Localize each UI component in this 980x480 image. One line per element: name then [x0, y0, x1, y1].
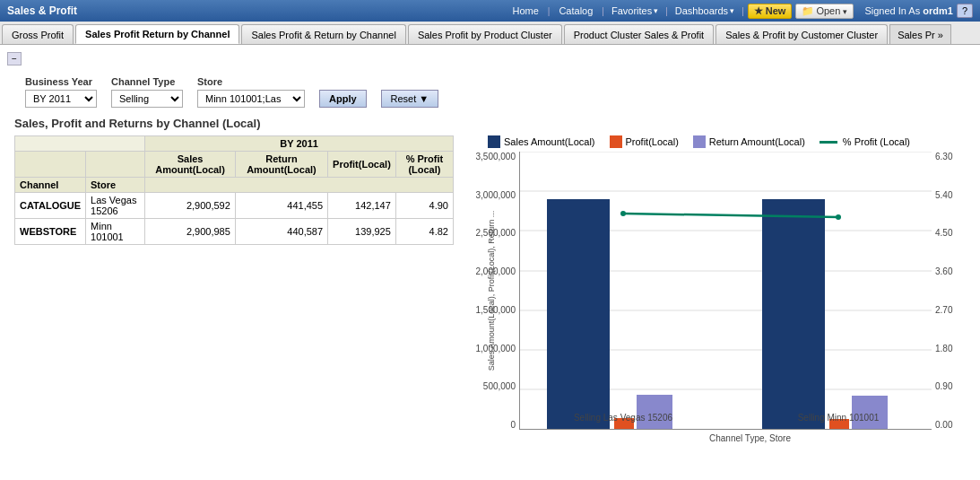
help-button[interactable]: ? — [957, 4, 973, 18]
sales-cell: 2,900,985 — [145, 219, 236, 245]
favorites-dropdown[interactable]: Favorites ▾ — [608, 4, 662, 18]
open-button[interactable]: 📁Open ▾ — [795, 4, 854, 19]
tab-gross-profit[interactable]: Gross Profit — [2, 24, 74, 44]
tab-more[interactable]: Sales Pr » — [889, 24, 951, 44]
reset-button[interactable]: Reset ▼ — [381, 90, 439, 108]
profit-cell: 139,925 — [328, 219, 396, 245]
app-title: Sales & Profit — [7, 4, 77, 17]
channel-type-filter: Channel Type Selling — [111, 76, 183, 108]
svg-rect-10 — [762, 199, 825, 430]
data-table: BY 2011 Sales Amount(Local) Return Amoun… — [14, 135, 454, 245]
svg-text:Selling Minn 101001: Selling Minn 101001 — [798, 413, 880, 423]
row-header-store: Store — [86, 178, 145, 193]
content-area: − Business Year BY 2011 Channel Type Sel… — [0, 45, 980, 447]
new-button[interactable]: ★ New — [748, 4, 793, 19]
pct-line-icon — [820, 141, 837, 144]
legend-pct: % Profit (Local) — [820, 136, 910, 147]
table-row: WEBSTORE Minn 101001 2,900,985 440,587 1… — [15, 219, 454, 245]
col-header-return: Return Amount(Local) — [235, 152, 327, 178]
legend-profit: Profit(Local) — [610, 135, 679, 148]
chart-legend: Sales Amount(Local) Profit(Local) Return… — [461, 135, 980, 152]
store-cell: Las Vegas 15206 — [86, 193, 145, 219]
business-year-select[interactable]: BY 2011 — [25, 90, 97, 108]
tab-bar: Gross Profit Sales Profit Return by Chan… — [0, 22, 980, 45]
business-year-filter: Business Year BY 2011 — [25, 76, 97, 108]
profit-cell: 142,147 — [328, 193, 396, 219]
return-cell: 441,455 — [235, 193, 327, 219]
col-header-pct: % Profit (Local) — [395, 152, 453, 178]
nav-right: Home | Catalog | Favorites ▾ | Dashboard… — [507, 4, 973, 19]
dashboards-dropdown[interactable]: Dashboards ▾ — [672, 4, 738, 18]
channel-type-select[interactable]: Selling — [111, 90, 183, 108]
return-swatch — [693, 135, 706, 148]
section-title: Sales, Profit and Returns by Channel (Lo… — [7, 111, 973, 135]
chart-wrapper: Sales Amount(Local) Profit(Local) Return… — [461, 135, 980, 443]
apply-button[interactable]: Apply — [319, 90, 367, 108]
collapse-button[interactable]: − — [7, 52, 22, 65]
store-label: Store — [197, 76, 305, 87]
chart-svg-container: 3,500,000 3,000,000 2,500,000 2,000,000 … — [461, 152, 980, 430]
pct-cell: 4.82 — [395, 219, 453, 245]
return-cell: 440,587 — [235, 219, 327, 245]
filter-row: Business Year BY 2011 Channel Type Selli… — [7, 69, 973, 111]
channel-cell: CATALOGUE — [15, 193, 86, 219]
chart-svg: Selling Las Vegas 15206 Selling Minn 101… — [519, 152, 932, 430]
store-select[interactable]: Minn 101001;Las — [197, 90, 305, 108]
svg-rect-7 — [547, 199, 610, 430]
business-year-label: Business Year — [25, 76, 97, 87]
channel-cell: WEBSTORE — [15, 219, 86, 245]
sales-swatch — [488, 135, 500, 148]
folder-icon: 📁 — [802, 5, 814, 16]
tab-sales-profit-return-channel2[interactable]: Sales Profit & Return by Channel — [241, 24, 405, 44]
svg-point-15 — [836, 214, 841, 220]
x-axis-title: Channel Type, Store — [519, 433, 980, 443]
svg-point-14 — [620, 211, 626, 216]
pct-cell: 4.90 — [395, 193, 453, 219]
star-icon: ★ — [754, 5, 766, 16]
y-left-axis-title: Sales Amount(Local), Profit(Local), Retu… — [487, 211, 496, 371]
dashboards-chevron-icon: ▾ — [730, 6, 734, 15]
legend-sales-label: Sales Amount(Local) — [504, 136, 595, 147]
y-axis-right: 6.30 5.40 4.50 3.60 2.70 1.80 0.90 0.00 — [932, 152, 980, 430]
home-button[interactable]: Home — [507, 4, 543, 18]
legend-profit-label: Profit(Local) — [626, 136, 679, 147]
favorites-chevron-icon: ▾ — [654, 6, 658, 15]
tab-sales-profit-product-cluster[interactable]: Sales Profit by Product Cluster — [408, 24, 562, 44]
tab-sales-profit-return-channel[interactable]: Sales Profit Return by Channel — [75, 24, 239, 44]
row-header-channel: Channel — [15, 178, 86, 193]
col-header-profit: Profit(Local) — [328, 152, 396, 178]
sales-cell: 2,900,592 — [145, 193, 236, 219]
table-row: CATALOGUE Las Vegas 15206 2,900,592 441,… — [15, 193, 454, 219]
profit-swatch — [610, 135, 622, 148]
legend-return-label: Return Amount(Local) — [709, 136, 805, 147]
col-header-sales: Sales Amount(Local) — [145, 152, 236, 178]
tab-sales-profit-customer-cluster[interactable]: Sales & Profit by Customer Cluster — [715, 24, 888, 44]
legend-sales: Sales Amount(Local) — [488, 135, 595, 148]
top-nav: Sales & Profit Home | Catalog | Favorite… — [0, 0, 980, 22]
legend-pct-label: % Profit (Local) — [843, 136, 910, 147]
tab-product-cluster-sales-profit[interactable]: Product Cluster Sales & Profit — [564, 24, 715, 44]
data-table-wrapper: BY 2011 Sales Amount(Local) Return Amoun… — [14, 135, 454, 443]
catalog-button[interactable]: Catalog — [553, 4, 598, 18]
legend-return: Return Amount(Local) — [693, 135, 805, 148]
channel-type-label: Channel Type — [111, 76, 183, 87]
open-chevron-icon: ▾ — [843, 7, 847, 16]
svg-text:Selling Las Vegas 15206: Selling Las Vegas 15206 — [574, 413, 673, 423]
store-cell: Minn 101001 — [86, 219, 145, 245]
main-layout: BY 2011 Sales Amount(Local) Return Amoun… — [7, 135, 973, 443]
collapse-row: − — [7, 48, 973, 69]
store-filter: Store Minn 101001;Las — [197, 76, 305, 108]
